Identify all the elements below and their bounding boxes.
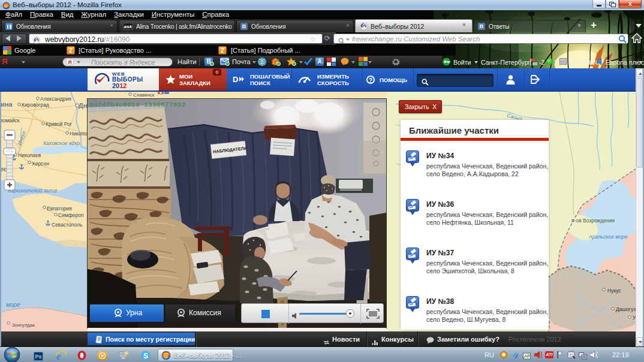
svg-text:ина: ина — [1, 101, 13, 108]
svg-text:S: S — [143, 352, 148, 360]
svg-text:Дашогуз: Дашогуз — [616, 306, 636, 312]
svg-text:Николаев: Николаев — [18, 152, 41, 158]
svg-text:вомайск: вомайск — [0, 117, 20, 123]
svg-text:Симфероп: Симфероп — [58, 212, 84, 218]
svg-text:Аральское море: Аральское море — [588, 234, 628, 240]
svg-text:Славянск: Славянск — [133, 92, 155, 98]
svg-text:Херсон: Херсон — [32, 161, 49, 167]
svg-text:Евпатория: Евпатория — [47, 206, 72, 212]
svg-text:Севастополь: Севастополь — [52, 222, 83, 228]
svg-text:Нукус: Нукус — [607, 288, 621, 294]
svg-text:Никопол: Никопол — [70, 131, 90, 137]
svg-text:Дн: Дн — [79, 102, 87, 109]
svg-text:D: D — [233, 75, 238, 84]
svg-text:Александрия: Александрия — [40, 96, 71, 102]
svg-text:Каховское вдхр.: Каховское вдхр. — [43, 140, 81, 146]
svg-text:п-ов Возрождения: п-ов Возрождения — [571, 218, 615, 224]
svg-text:море: море — [6, 301, 20, 308]
svg-text:Зонгулдак: Зонгулдак — [12, 322, 35, 328]
svg-text:Кировоград: Кировоград — [22, 102, 49, 108]
svg-text:Кривой Рог: Кривой Рог — [46, 121, 72, 127]
